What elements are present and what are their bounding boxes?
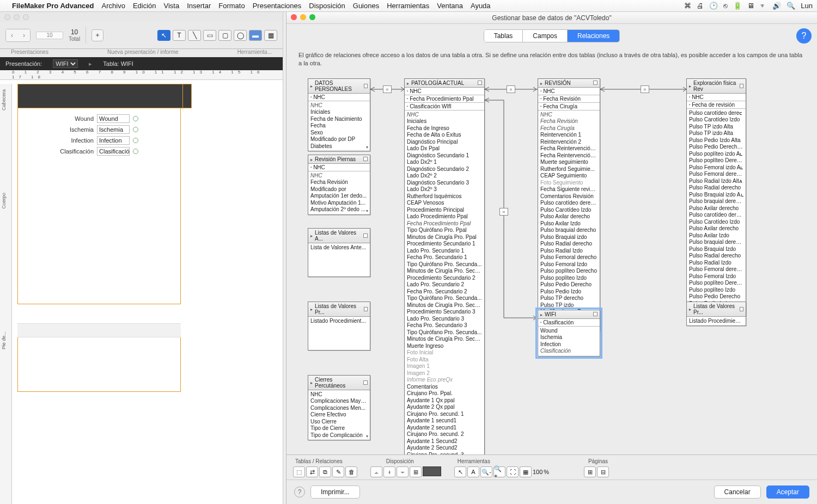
status-icon[interactable]: 🖨 bbox=[697, 2, 704, 10]
to-listas-valores-pr[interactable]: Listas de Valores Pr... Listado Procedim… bbox=[308, 302, 370, 351]
menu-guiones[interactable]: Guiones bbox=[353, 2, 379, 10]
menu-vista[interactable]: Vista bbox=[164, 2, 180, 10]
to-key[interactable]: NHC bbox=[308, 94, 370, 101]
status-icon[interactable]: 🔋 bbox=[733, 2, 742, 10]
to-fields[interactable]: Lista de Valores Ante... bbox=[308, 243, 370, 253]
to-key[interactable]: Clasificación bbox=[538, 319, 600, 327]
to-key[interactable]: NHC bbox=[405, 88, 484, 95]
to-fields[interactable]: NHCInicialesFecha de IngresoFecha de Alt… bbox=[405, 110, 484, 454]
oval-tool[interactable]: ◯ bbox=[234, 30, 247, 41]
status-icon[interactable]: ⎋ bbox=[723, 2, 728, 10]
to-fields[interactable]: NHCComplicaciones Mayo...Complicaciones … bbox=[308, 390, 370, 440]
field-wound[interactable]: Wound Wound bbox=[50, 114, 138, 123]
to-key[interactable]: Fecha Cirugía bbox=[538, 103, 600, 110]
menu-herramientas[interactable]: Herramientas bbox=[387, 2, 429, 10]
to-key[interactable]: NHC bbox=[538, 88, 600, 95]
to-key[interactable]: Clasificación WIfI bbox=[405, 103, 484, 110]
color-swatch[interactable] bbox=[423, 466, 441, 476]
distribute-button[interactable]: ⊞ bbox=[410, 466, 422, 477]
rect-tool[interactable]: ▭ bbox=[203, 30, 216, 41]
relationship-operator[interactable]: = bbox=[641, 85, 649, 93]
align-right-button[interactable]: ⫟ bbox=[397, 466, 408, 477]
align-left-button[interactable]: ⫠ bbox=[370, 466, 382, 477]
text-tool[interactable]: T bbox=[173, 30, 186, 41]
to-fields[interactable]: NHCFecha RevisiónFecha CirugíaReinterven… bbox=[538, 110, 600, 330]
menu-insertar[interactable]: Insertar bbox=[187, 2, 211, 10]
tab-campos[interactable]: Campos bbox=[523, 30, 568, 42]
status-icon[interactable]: 🖥 bbox=[747, 2, 754, 10]
to-fields[interactable]: Listado Procedimient... bbox=[308, 317, 370, 326]
print-button[interactable]: Imprimir... bbox=[310, 485, 360, 499]
note-tool[interactable]: A bbox=[467, 466, 479, 477]
window-traffic-lights[interactable] bbox=[0, 12, 283, 22]
to-cierres-percutaneos[interactable]: Cierres Percutáneos NHCComplicaciones Ma… bbox=[308, 375, 370, 441]
relationship-operator[interactable]: = bbox=[507, 85, 515, 93]
zoom-in-button[interactable]: 🔍+ bbox=[493, 466, 505, 477]
dialog-titlebar[interactable]: Gestionar base de datos de "ACVToledo" bbox=[286, 12, 817, 24]
layout-header-part[interactable] bbox=[17, 84, 192, 108]
fit-button[interactable]: ⛶ bbox=[507, 466, 519, 477]
to-key[interactable]: Fecha Revisión bbox=[538, 95, 600, 103]
to-exploracion-fisica[interactable]: Exploración física Rev NHC Fecha de revi… bbox=[686, 78, 746, 316]
app-name[interactable]: FileMaker Pro Advanced bbox=[12, 2, 94, 10]
help-button[interactable]: ? bbox=[294, 487, 305, 497]
to-fields[interactable]: WoundIschemiaInfectionClasificación bbox=[538, 327, 600, 356]
line-tool[interactable]: ╲ bbox=[188, 30, 201, 41]
new-layout-button[interactable]: ＋ bbox=[92, 29, 103, 41]
page-break-h-button[interactable]: ⊞ bbox=[584, 466, 596, 477]
tab-tablas[interactable]: Tablas bbox=[484, 30, 523, 42]
selection-tool[interactable]: ↖ bbox=[157, 30, 170, 41]
menu-ayuda[interactable]: Ayuda bbox=[471, 2, 491, 10]
to-revision-piernas[interactable]: Revisión Piernas NHC NHCFecha RevisiónMo… bbox=[308, 155, 370, 215]
to-revision[interactable]: REVISIÓN NHC Fecha Revisión Fecha Cirugí… bbox=[538, 78, 600, 331]
to-datos-personales[interactable]: DATOS PERSONALES NHC NHCInicialesFecha d… bbox=[308, 78, 370, 152]
menu-formato[interactable]: Formato bbox=[218, 2, 245, 10]
layout-canvas[interactable]: Wound Wound Ischemia Ischemia Infection … bbox=[12, 84, 283, 504]
to-key[interactable]: Fecha de revisión bbox=[687, 101, 746, 109]
field-infection[interactable]: Infection Infection bbox=[50, 136, 138, 145]
select-all-button[interactable]: ▦ bbox=[520, 466, 532, 477]
tab-relaciones[interactable]: Relaciones bbox=[568, 30, 619, 42]
edit-button[interactable]: ✎ bbox=[332, 466, 344, 477]
record-slider[interactable]: 10 bbox=[36, 32, 63, 39]
pointer-tool[interactable]: ↖ bbox=[454, 466, 466, 477]
spotlight-icon[interactable]: 🔍 bbox=[786, 2, 795, 10]
wifi-icon[interactable]: ᯤ bbox=[760, 2, 767, 10]
to-fields[interactable]: NHCFecha RevisiónModificado porAmputació… bbox=[308, 171, 370, 214]
add-table-button[interactable]: ⬚ bbox=[293, 466, 305, 477]
menu-presentaciones[interactable]: Presentaciones bbox=[253, 2, 302, 10]
volume-icon[interactable]: 🔊 bbox=[772, 2, 781, 10]
field-ischemia[interactable]: Ischemia Ischemia bbox=[50, 125, 138, 134]
system-help-icon[interactable]: ? bbox=[796, 28, 812, 44]
page-break-v-button[interactable]: ⊟ bbox=[597, 466, 609, 477]
to-fields[interactable]: NHCInicialesFecha de NacimientoFechaSexo… bbox=[308, 101, 370, 151]
rounded-tool[interactable]: ▢ bbox=[218, 30, 231, 41]
align-center-button[interactable]: ⫞ bbox=[383, 466, 395, 477]
record-nav[interactable]: ‹› bbox=[5, 29, 31, 42]
menubar-clock[interactable]: Lun bbox=[801, 2, 813, 10]
delete-button[interactable]: 🗑 bbox=[345, 466, 357, 477]
to-key[interactable]: NHC bbox=[308, 164, 370, 171]
layout-footer-part[interactable] bbox=[17, 337, 181, 392]
duplicate-button[interactable]: ⧉ bbox=[319, 466, 331, 477]
zoom-out-button[interactable]: 🔍- bbox=[480, 466, 492, 477]
relationship-operator[interactable]: = bbox=[499, 208, 508, 216]
status-icon[interactable]: 🕑 bbox=[709, 2, 718, 10]
to-listas-valores-pr-2[interactable]: Listas de Valores Pr... Listado Procedim… bbox=[686, 302, 746, 326]
menu-disposicion[interactable]: Disposición bbox=[309, 2, 345, 10]
to-fields[interactable]: Listado Procedimient... bbox=[687, 317, 746, 326]
to-key[interactable]: NHC bbox=[687, 94, 746, 101]
menu-edicion[interactable]: Edición bbox=[133, 2, 156, 10]
menu-archivo[interactable]: Archivo bbox=[102, 2, 125, 10]
to-wifi[interactable]: WIFI Clasificación WoundIschemiaInfectio… bbox=[538, 310, 600, 357]
accept-button[interactable]: Aceptar bbox=[766, 485, 809, 499]
status-icon[interactable]: ⌘ bbox=[684, 2, 691, 10]
relationship-operator[interactable]: = bbox=[383, 85, 392, 93]
to-fields[interactable]: Pulso carotídeo dereᴄPulso Carotídeo Izd… bbox=[687, 109, 746, 315]
more-tool[interactable]: ▦ bbox=[264, 30, 277, 41]
menu-ventana[interactable]: Ventana bbox=[437, 2, 463, 10]
dialog-traffic-lights[interactable] bbox=[291, 14, 315, 20]
layout-selector[interactable]: WIFI bbox=[53, 59, 78, 68]
to-key[interactable]: Fecha Procedimiento Ppal bbox=[405, 95, 484, 103]
to-patologia-actual[interactable]: PATOLOGÍA ACTUAL NHC Fecha Procedimiento… bbox=[404, 78, 485, 454]
